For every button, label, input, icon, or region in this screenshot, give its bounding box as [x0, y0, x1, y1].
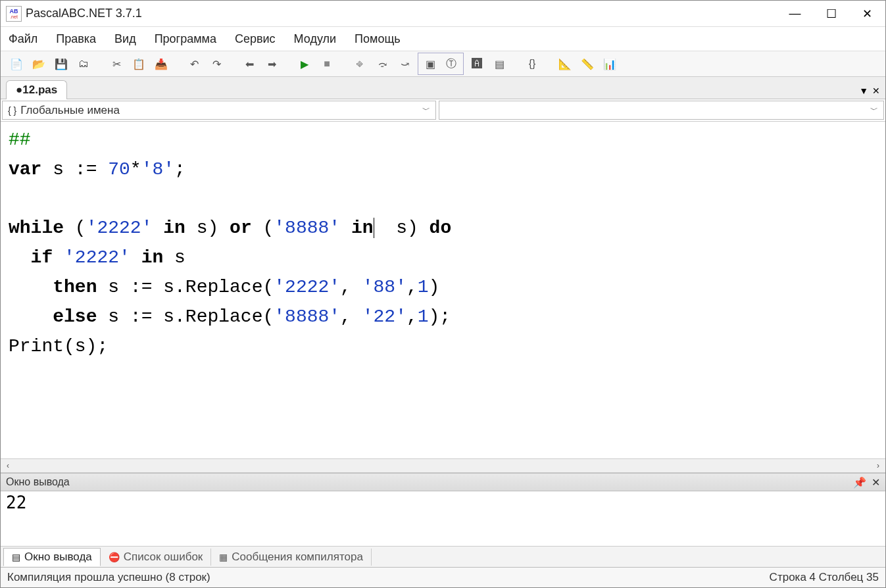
- bottom-tab-err[interactable]: ⛔Список ошибок: [101, 549, 212, 566]
- redo-icon[interactable]: ↷: [207, 55, 226, 73]
- bottom-tabs: ▤Окно вывода⛔Список ошибок▦Сообщения ком…: [1, 547, 885, 568]
- abc-icon[interactable]: 🅰: [468, 55, 486, 73]
- title-bar: AB .net PascalABC.NET 3.7.1 ― ☐ ✕: [1, 1, 885, 27]
- menu-edit[interactable]: Правка: [56, 32, 96, 46]
- output-panel-header: Окно вывода 📌 ✕: [1, 473, 885, 491]
- step-out-icon[interactable]: ⤻: [395, 55, 414, 73]
- cut-icon[interactable]: ✂: [107, 55, 126, 73]
- save-icon[interactable]: 💾: [52, 55, 70, 73]
- toolbar: 📄📂💾🗂✂📋📥↶↷⬅➡▶■⎆⤼⤻▣Ⓣ🅰▤{}📐📏📊: [1, 51, 885, 77]
- member-dropdown[interactable]: ﹀: [439, 101, 884, 120]
- close-panel-icon[interactable]: ✕: [872, 476, 880, 489]
- nav-fwd-icon[interactable]: ➡: [262, 55, 281, 73]
- output-title: Окно вывода: [6, 476, 70, 488]
- paste-icon[interactable]: 📥: [152, 55, 170, 73]
- bottom-tab-label: Сообщения компилятора: [232, 551, 363, 564]
- file-tab-row: ●12.pas ▼ ✕: [1, 77, 885, 99]
- msg-icon: ▦: [219, 552, 228, 562]
- menu-view[interactable]: Вид: [114, 32, 136, 46]
- app-icon: AB .net: [6, 6, 22, 22]
- scroll-right-icon[interactable]: ›: [871, 459, 885, 472]
- maximize-button[interactable]: ☐: [813, 1, 849, 27]
- editor-hscrollbar[interactable]: ‹ ›: [1, 458, 885, 473]
- window-title: PascalABC.NET 3.7.1: [26, 7, 142, 20]
- console-icon[interactable]: ▣: [421, 55, 439, 73]
- step-into-icon[interactable]: ⎆: [351, 55, 369, 73]
- out-icon: ▤: [12, 552, 20, 562]
- run-icon[interactable]: ▶: [295, 55, 314, 73]
- designer-d-icon[interactable]: 📐: [556, 55, 574, 73]
- braces-icon: { }: [8, 105, 16, 116]
- minimize-button[interactable]: ―: [777, 1, 813, 27]
- code-icon[interactable]: {}: [523, 55, 541, 73]
- status-cursor-pos: Строка 4 Столбец 35: [770, 571, 879, 584]
- bottom-tab-label: Окно вывода: [24, 551, 92, 564]
- undo-icon[interactable]: ↶: [185, 55, 203, 73]
- designer-l-icon[interactable]: 📏: [578, 55, 597, 73]
- list-icon[interactable]: ▤: [490, 55, 508, 73]
- bottom-tab-msg[interactable]: ▦Сообщения компилятора: [211, 549, 372, 566]
- chevron-down-icon: ﹀: [422, 105, 430, 116]
- open-icon[interactable]: 📂: [30, 55, 48, 73]
- copy-icon[interactable]: 📋: [130, 55, 148, 73]
- status-compile: Компиляция прошла успешно (8 строк): [7, 571, 210, 584]
- nav-back-icon[interactable]: ⬅: [240, 55, 258, 73]
- err-icon: ⛔: [109, 552, 120, 562]
- close-button[interactable]: ✕: [849, 1, 885, 27]
- scope-row: { } Глобальные имена ﹀ ﹀: [1, 99, 885, 122]
- status-bar: Компиляция прошла успешно (8 строк) Стро…: [1, 568, 885, 587]
- step-over-icon[interactable]: ⤼: [373, 55, 391, 73]
- menu-service[interactable]: Сервис: [235, 32, 276, 46]
- new-file-icon[interactable]: 📄: [7, 55, 26, 73]
- bottom-tab-out[interactable]: ▤Окно вывода: [3, 548, 101, 566]
- menu-help[interactable]: Помощь: [355, 32, 401, 46]
- code-editor[interactable]: ##var s := 70*'8'; while ('2222' in s) o…: [1, 122, 885, 458]
- menu-file[interactable]: Файл: [9, 32, 37, 46]
- menu-bar: Файл Правка Вид Программа Сервис Модули …: [1, 27, 885, 51]
- save-all-icon[interactable]: 🗂: [74, 55, 93, 73]
- tab-close-icon[interactable]: ✕: [872, 86, 880, 96]
- pin-icon[interactable]: 📌: [853, 476, 866, 489]
- scroll-left-icon[interactable]: ‹: [1, 459, 15, 472]
- chevron-down-icon: ﹀: [870, 105, 878, 116]
- menu-program[interactable]: Программа: [155, 32, 216, 46]
- scope-dropdown[interactable]: { } Глобальные имена ﹀: [2, 101, 436, 120]
- editor-area: ##var s := 70*'8'; while ('2222' in s) o…: [1, 122, 885, 473]
- tab-menu-icon[interactable]: ▼: [859, 86, 868, 96]
- file-tab[interactable]: ●12.pas: [6, 80, 67, 99]
- stop-icon[interactable]: ■: [318, 55, 336, 73]
- text-icon[interactable]: Ⓣ: [442, 55, 460, 73]
- bottom-tab-label: Список ошибок: [124, 551, 203, 564]
- output-panel[interactable]: 22: [1, 491, 885, 547]
- menu-modules[interactable]: Модули: [294, 32, 336, 46]
- designer-r-icon[interactable]: 📊: [601, 55, 619, 73]
- scope-label: Глобальные имена: [20, 104, 120, 117]
